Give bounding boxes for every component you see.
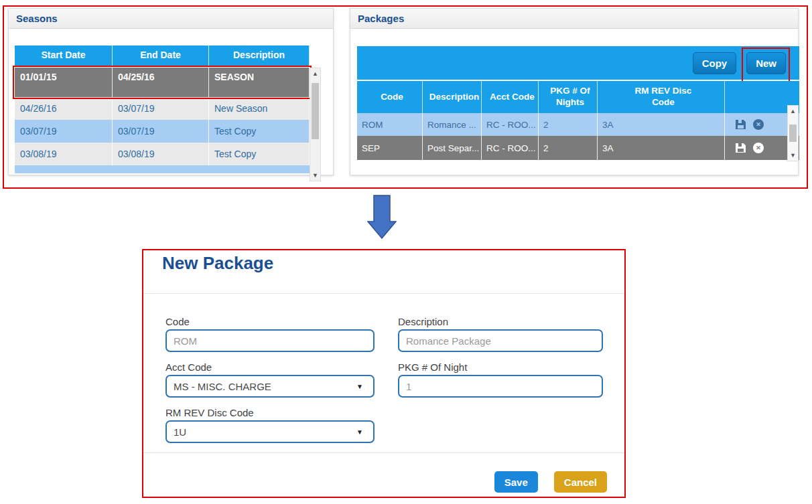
scrollbar-thumb[interactable] — [312, 83, 319, 139]
season-end-date: 03/07/19 — [113, 97, 209, 120]
rm-rev-disc-value: 1U — [174, 426, 356, 438]
seasons-table-row[interactable]: 04/26/16 03/07/19 New Season — [15, 97, 310, 120]
dropdown-caret-icon: ▼ — [356, 428, 363, 436]
season-start-date: 01/01/15 — [15, 68, 113, 97]
rm-rev-disc-select[interactable]: 1U ▼ — [165, 420, 375, 443]
packages-table-scrollbar[interactable]: ▲ ▼ — [787, 105, 799, 161]
seasons-panel-header: Seasons — [9, 9, 333, 29]
package-acct-code: RC - ROO... — [482, 113, 539, 136]
packages-col-acct-code: Acct Code — [482, 81, 539, 113]
seasons-table-header: Start Date End Date Description — [15, 46, 310, 66]
package-code: ROM — [357, 113, 423, 136]
season-start-date: 03/07/19 — [15, 120, 113, 143]
season-start-date: 03/08/19 — [15, 143, 113, 165]
delete-row-icon[interactable] — [753, 143, 764, 153]
cancel-button[interactable]: Cancel — [554, 471, 607, 493]
season-description: Test Copy — [209, 120, 310, 143]
season-start-date: 04/26/16 — [15, 97, 113, 120]
scrollbar-thumb[interactable] — [789, 124, 797, 142]
packages-panel-header: Packages — [350, 9, 798, 29]
seasons-panel-title: Seasons — [9, 13, 58, 24]
rm-rev-disc-label: RM REV Disc Code — [165, 407, 375, 418]
package-pkg-nights: 2 — [539, 136, 598, 160]
package-code: SEP — [357, 136, 423, 160]
season-description: New Season — [209, 97, 310, 120]
scroll-down-icon[interactable]: ▼ — [310, 171, 320, 180]
down-arrow-icon — [367, 195, 397, 239]
pkg-nights-label: PKG # Of Night — [398, 361, 603, 373]
season-end-date: 04/25/16 — [113, 68, 209, 97]
season-description: Test Copy — [209, 143, 310, 165]
package-rm-rev-disc: 3A — [598, 136, 725, 160]
save-row-icon[interactable] — [736, 143, 746, 153]
packages-table: Code Description Acct Code PKG # Of Nigh… — [357, 81, 799, 160]
seasons-col-description: Description — [209, 46, 310, 66]
package-acct-code: RC - ROO... — [482, 136, 539, 160]
package-description: Romance ... — [423, 113, 482, 136]
packages-table-row[interactable]: ROM Romance ... RC - ROO... 2 3A — [357, 113, 799, 136]
seasons-panel: Seasons Start Date End Date Description … — [8, 8, 334, 175]
scroll-up-icon[interactable]: ▲ — [788, 106, 798, 116]
seasons-col-end-date: End Date — [113, 46, 209, 66]
seasons-table-row[interactable]: 03/08/19 03/08/19 Test Copy — [15, 143, 310, 165]
pkg-nights-input[interactable] — [398, 375, 603, 398]
acct-code-value: MS - MISC. CHARGE — [174, 381, 356, 392]
code-input[interactable] — [165, 329, 375, 352]
season-end-date: 03/07/19 — [113, 120, 209, 143]
seasons-table-row-partial[interactable] — [15, 165, 310, 173]
packages-panel-title: Packages — [350, 13, 404, 24]
season-description: SEASON — [209, 68, 310, 97]
scroll-up-icon[interactable]: ▲ — [310, 69, 320, 78]
acct-code-select[interactable]: MS - MISC. CHARGE ▼ — [165, 375, 375, 398]
screenshot-root: Seasons Start Date End Date Description … — [0, 0, 812, 504]
seasons-table-row[interactable]: 03/07/19 03/07/19 Test Copy — [15, 120, 310, 143]
copy-button[interactable]: Copy — [693, 52, 737, 74]
dialog-button-row: Save Cancel — [494, 471, 607, 493]
seasons-col-start-date: Start Date — [15, 46, 113, 66]
seasons-table-scrollbar[interactable]: ▲ ▼ — [310, 68, 321, 181]
package-rm-rev-disc: 3A — [598, 113, 725, 136]
description-input[interactable] — [398, 329, 603, 352]
packages-col-code: Code — [357, 81, 423, 113]
seasons-table: Start Date End Date Description 01/01/15… — [15, 46, 310, 173]
package-pkg-nights: 2 — [539, 113, 598, 136]
packages-table-header: Code Description Acct Code PKG # Of Nigh… — [357, 81, 799, 113]
season-end-date: 03/08/19 — [113, 143, 209, 165]
packages-toolbar: Copy New — [357, 46, 799, 80]
delete-row-icon[interactable] — [753, 119, 764, 130]
seasons-table-row-selected[interactable]: 01/01/15 04/25/16 SEASON — [15, 68, 310, 97]
new-button[interactable]: New — [746, 52, 786, 74]
packages-col-description: Description — [423, 81, 482, 113]
packages-panel: Packages Copy New Code Description Acct … — [350, 8, 799, 175]
dialog-title: New Package — [162, 253, 273, 274]
acct-code-label: Acct Code — [165, 361, 375, 373]
packages-col-pkg-nights: PKG # Of Nights — [539, 81, 598, 113]
description-label: Description — [398, 316, 603, 327]
new-package-dialog: New Package Code Description Acct Code M… — [142, 249, 626, 498]
dialog-divider — [143, 452, 624, 453]
save-row-icon[interactable] — [736, 120, 746, 129]
save-button[interactable]: Save — [494, 471, 538, 493]
dropdown-caret-icon: ▼ — [356, 383, 363, 390]
scroll-down-icon[interactable]: ▼ — [788, 151, 798, 160]
dialog-divider — [143, 293, 624, 294]
packages-table-row[interactable]: SEP Post Separ... RC - ROO... 2 3A — [357, 136, 799, 160]
package-description: Post Separ... — [423, 136, 482, 160]
code-label: Code — [165, 316, 375, 327]
packages-col-rm-rev-disc: RM REV Disc Code — [598, 81, 725, 113]
